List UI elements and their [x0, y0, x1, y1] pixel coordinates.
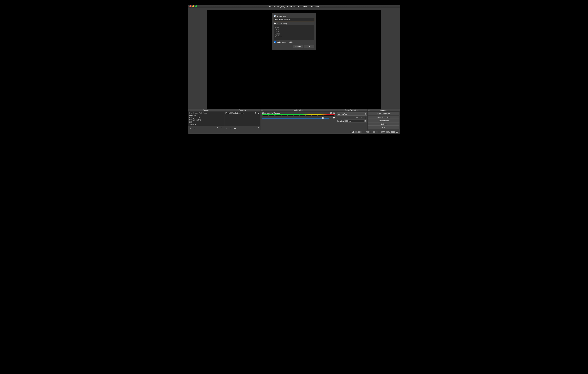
volume-slider[interactable]	[262, 118, 329, 118]
transition-select-value: Luma Wipe	[338, 113, 347, 115]
detach-icon[interactable]: ◻	[261, 109, 263, 111]
chevron-updown-icon: ▲▼	[365, 113, 366, 115]
existing-sources-list: ChatFirefoxiTerm2SlidesVS Code	[274, 25, 314, 40]
start-recording-button[interactable]: Start Recording	[368, 116, 399, 119]
meter-tick: -5	[329, 115, 329, 116]
scenes-list[interactable]: Big Screen With FaceOnly screenBe right …	[188, 112, 224, 126]
docks-row: ◻ Scenes Big Screen With FaceOnly screen…	[188, 109, 400, 130]
source-up-button[interactable]: ˄	[253, 127, 255, 129]
existing-source-item[interactable]: VS Code	[275, 35, 313, 37]
source-down-button[interactable]: ˅	[257, 127, 260, 129]
detach-icon[interactable]: ◻	[368, 109, 370, 111]
exit-button[interactable]: Exit	[368, 126, 399, 129]
duration-label: Duration	[337, 120, 344, 122]
scenes-toolbar: ＋ − ˄ ˅	[188, 127, 224, 130]
create-new-radio[interactable]	[274, 15, 276, 17]
meter-tick: -10	[323, 115, 324, 116]
studio-mode-button[interactable]: Studio Mode	[368, 119, 399, 122]
meter-tick: -50	[274, 115, 276, 116]
add-existing-label: Add Existing	[277, 22, 287, 24]
sources-list[interactable]: iShowU Audio Capture	[224, 112, 260, 126]
meter-tick: 0	[334, 115, 335, 116]
source-item[interactable]: iShowU Audio Capture	[224, 112, 260, 114]
eye-icon[interactable]	[254, 112, 256, 114]
duration-input[interactable]	[344, 119, 365, 122]
scene-item[interactable]: BlueJeans	[188, 126, 224, 126]
ok-button[interactable]: OK	[304, 45, 314, 48]
mixer-channel-level: 0.0 dB	[330, 112, 335, 114]
scenes-header-label: Scenes	[203, 109, 209, 111]
transitions-dock: ◻ Scene Transitions Luma Wipe ▲▼ ＋ −	[336, 109, 368, 130]
scene-item[interactable]: Big Screen With Face	[188, 112, 224, 114]
detach-icon[interactable]: ◻	[225, 109, 227, 111]
audio-meter: -60-55-50-45-40-35-30-25-20-15-10-50	[262, 114, 335, 116]
meter-tick: -25	[304, 115, 306, 116]
existing-source-item[interactable]: Slides	[275, 33, 313, 35]
controls-dock: ◻ Controls Start Streaming Start Recordi…	[368, 109, 400, 130]
status-live: LIVE: 00:00:00	[350, 131, 362, 133]
status-cpu: CPU: 3.7%, 30.00 fps	[381, 131, 398, 133]
transition-select[interactable]: Luma Wipe ▲▼	[337, 112, 367, 116]
add-scene-button[interactable]: ＋	[189, 127, 192, 129]
meter-tick: -45	[280, 115, 282, 116]
remove-scene-button[interactable]: −	[193, 127, 196, 129]
scene-item[interactable]: Be right back	[188, 117, 224, 119]
sources-header-label: Sources	[239, 109, 246, 111]
cancel-button[interactable]: Cancel	[293, 45, 303, 48]
scene-item[interactable]: Scene 2	[188, 123, 224, 126]
create-new-label: Create new	[277, 15, 286, 17]
remove-source-button[interactable]: −	[230, 127, 232, 129]
minimize-icon[interactable]	[192, 5, 194, 7]
audio-mixer-dock: ◻ Audio Mixer iShowU Audio Capture 0.0 d…	[261, 109, 336, 130]
existing-source-item[interactable]: Chat	[275, 26, 313, 28]
window-title: OBS 24.0.6 (mac) - Profile: Untitled - S…	[188, 5, 400, 8]
channel-settings-button[interactable]	[333, 117, 335, 119]
scene-item[interactable]: Stream ending	[188, 119, 224, 121]
sources-dock: ◻ Sources iShowU Audio Capture ＋ − ˄ ˅	[224, 109, 261, 130]
source-name-input[interactable]	[274, 18, 314, 21]
source-item-label: iShowU Audio Capture	[225, 112, 244, 114]
volume-slider-knob[interactable]	[322, 117, 324, 119]
scene-item[interactable]: NDI	[188, 121, 224, 123]
add-transition-button[interactable]: ＋	[356, 116, 358, 119]
lock-icon[interactable]	[257, 112, 259, 114]
start-streaming-button[interactable]: Start Streaming	[368, 112, 399, 115]
meter-tick: -60	[262, 115, 263, 116]
duration-step-up[interactable]: ▲	[365, 119, 367, 121]
add-existing-radio[interactable]	[274, 22, 276, 24]
mixer-channel: iShowU Audio Capture 0.0 dB -60-55-50-45…	[261, 112, 336, 120]
meter-tick: -30	[298, 115, 300, 116]
settings-button[interactable]: Settings	[368, 122, 399, 126]
scene-item[interactable]: Only screen	[188, 114, 224, 117]
zoom-icon[interactable]	[195, 5, 197, 7]
meter-tick: -20	[310, 115, 312, 116]
mixer-header-label: Audio Mixer	[294, 109, 303, 111]
scenes-dock: ◻ Scenes Big Screen With FaceOnly screen…	[188, 109, 224, 130]
make-visible-checkbox[interactable]: ✓	[274, 41, 276, 43]
meter-tick: -40	[286, 115, 288, 116]
status-bar: LIVE: 00:00:00 REC: 00:00:00 CPU: 3.7%, …	[188, 130, 400, 134]
duration-step-down[interactable]: ▼	[365, 121, 367, 122]
detach-icon[interactable]: ◻	[189, 109, 190, 111]
existing-source-item[interactable]: Firefox	[275, 28, 313, 30]
speaker-icon[interactable]	[330, 117, 332, 119]
controls-header-label: Controls	[380, 109, 387, 111]
gear-icon	[234, 127, 236, 129]
meter-tick: -35	[292, 115, 294, 116]
scene-down-button[interactable]: ˅	[220, 127, 223, 129]
meter-tick: -15	[316, 115, 318, 116]
transitions-header-label: Scene Transitions	[345, 109, 359, 111]
add-source-button[interactable]: ＋	[225, 127, 228, 129]
source-settings-button[interactable]	[234, 127, 236, 129]
transition-settings-button[interactable]	[364, 116, 367, 119]
existing-source-item[interactable]: iTerm2	[275, 30, 313, 33]
mixer-channel-name: iShowU Audio Capture	[262, 112, 280, 114]
close-icon[interactable]	[189, 5, 191, 7]
meter-tick: -55	[268, 115, 270, 116]
detach-icon[interactable]: ◻	[337, 109, 338, 111]
scene-up-button[interactable]: ˄	[216, 127, 219, 129]
window-titlebar: OBS 24.0.6 (mac) - Profile: Untitled - S…	[188, 5, 400, 8]
sources-toolbar: ＋ − ˄ ˅	[224, 127, 261, 130]
remove-transition-button[interactable]: −	[360, 116, 363, 119]
make-visible-label: Make source visible	[277, 41, 293, 43]
